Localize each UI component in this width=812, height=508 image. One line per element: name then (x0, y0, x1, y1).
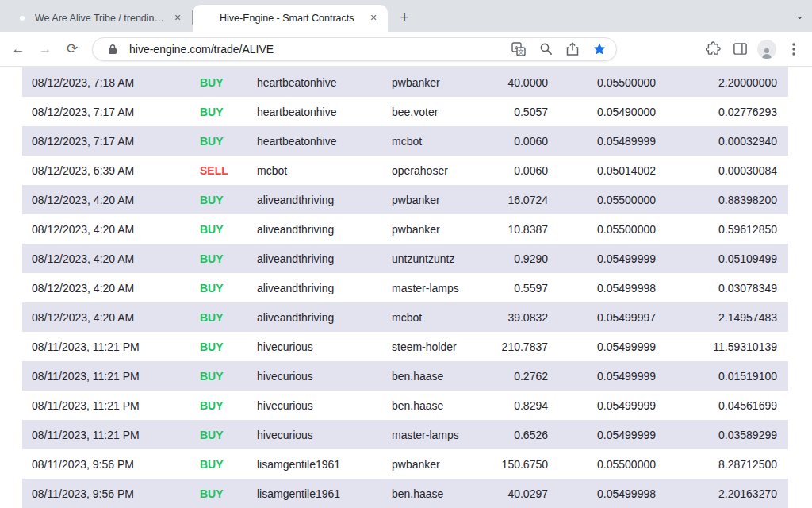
cell-price: 0.05500000 (569, 458, 676, 471)
side-panel-icon[interactable] (728, 37, 752, 61)
cell-account[interactable]: hivecurious (247, 429, 382, 441)
cell-date: 08/11/2023, 11:21 PM (22, 399, 190, 412)
cell-total: 0.59612850 (676, 223, 788, 236)
share-icon[interactable] (562, 39, 583, 60)
table-row: 08/11/2023, 11:21 PMBUYhivecuriousmaster… (22, 420, 788, 449)
trade-table: 08/12/2023, 7:18 AMBUYheartbeatonhivepwb… (22, 67, 788, 508)
cell-price: 0.05499999 (569, 429, 676, 441)
address-bar[interactable]: hive-engine.com/trade/ALIVE A文 (92, 37, 617, 61)
cell-quantity: 10.8387 (485, 223, 569, 236)
cell-counterparty[interactable]: operahoser (382, 164, 485, 177)
tab-close-icon[interactable]: × (367, 12, 380, 25)
cell-account[interactable]: aliveandthriving (247, 194, 382, 206)
cell-quantity: 150.6750 (485, 458, 569, 471)
lock-icon (102, 39, 123, 60)
cell-counterparty[interactable]: master-lamps (382, 429, 485, 441)
table-row: 08/12/2023, 6:39 AMSELLmcbotoperahoser0.… (22, 156, 788, 185)
cell-price: 0.05499998 (569, 487, 676, 500)
cell-account[interactable]: heartbeatonhive (247, 76, 382, 89)
cell-counterparty[interactable]: ben.haase (382, 399, 485, 412)
tab-search-chevron-icon[interactable]: ⌄ (795, 10, 804, 21)
profile-avatar[interactable] (755, 37, 779, 61)
cell-date: 08/12/2023, 6:39 AM (22, 164, 190, 177)
cell-account[interactable]: aliveandthriving (247, 282, 382, 294)
menu-kebab-icon[interactable] (782, 37, 806, 61)
cell-quantity: 0.9290 (485, 252, 569, 265)
cell-date: 08/12/2023, 4:20 AM (22, 252, 190, 265)
table-row: 08/11/2023, 9:56 PMBUYlisamgentile1961be… (22, 479, 788, 508)
tab-strip: We Are Alive Tribe / trending — × Hive-E… (0, 0, 812, 32)
cell-account[interactable]: hivecurious (247, 370, 382, 383)
cell-counterparty[interactable]: mcbot (382, 135, 485, 148)
cell-counterparty[interactable]: untzuntzuntz (382, 252, 485, 265)
cell-date: 08/11/2023, 9:56 PM (22, 458, 190, 471)
browser-toolbar: ← → ⟳ hive-engine.com/trade/ALIVE A文 (0, 32, 812, 67)
alive-tribe-favicon-icon (16, 12, 29, 25)
cell-account[interactable]: aliveandthriving (247, 252, 382, 265)
table-row: 08/12/2023, 4:20 AMBUYaliveandthrivingpw… (22, 185, 788, 214)
cell-counterparty[interactable]: pwbanker (382, 76, 485, 89)
new-tab-button[interactable]: + (394, 7, 415, 28)
cell-date: 08/12/2023, 7:17 AM (22, 106, 190, 118)
cell-total: 0.88398200 (676, 194, 788, 206)
table-row: 08/12/2023, 7:17 AMBUYheartbeatonhivemcb… (22, 126, 788, 156)
cell-quantity: 0.0060 (485, 135, 569, 148)
cell-account[interactable]: hivecurious (247, 399, 382, 412)
cell-account[interactable]: mcbot (247, 164, 382, 177)
cell-date: 08/12/2023, 4:20 AM (22, 311, 190, 324)
cell-account[interactable]: lisamgentile1961 (247, 458, 382, 471)
cell-quantity: 0.0060 (485, 164, 569, 177)
cell-counterparty[interactable]: pwbanker (382, 223, 485, 236)
cell-counterparty[interactable]: master-lamps (382, 282, 485, 294)
cell-price: 0.05500000 (569, 223, 676, 236)
cell-total: 0.04561699 (676, 399, 788, 412)
back-button[interactable]: ← (6, 37, 30, 61)
cell-quantity: 16.0724 (485, 194, 569, 206)
forward-button[interactable]: → (33, 37, 57, 61)
cell-account[interactable]: hivecurious (247, 341, 382, 353)
cell-quantity: 0.6526 (485, 429, 569, 441)
cell-quantity: 0.8294 (485, 399, 569, 412)
cell-price: 0.05499999 (569, 341, 676, 353)
cell-total: 0.02776293 (676, 106, 788, 118)
cell-counterparty[interactable]: pwbanker (382, 458, 485, 471)
bookmark-star-icon[interactable] (589, 39, 610, 60)
cell-counterparty[interactable]: steem-holder (382, 341, 485, 353)
tab-hive-engine[interactable]: Hive-Engine - Smart Contracts × (193, 5, 388, 32)
cell-date: 08/12/2023, 7:17 AM (22, 135, 190, 148)
cell-type: BUY (190, 429, 247, 441)
tab-close-icon[interactable]: × (171, 12, 184, 25)
table-row: 08/12/2023, 4:20 AMBUYaliveandthrivingma… (22, 273, 788, 302)
cell-date: 08/11/2023, 11:21 PM (22, 370, 190, 383)
cell-account[interactable]: heartbeatonhive (247, 135, 382, 148)
cell-counterparty[interactable]: bee.voter (382, 106, 485, 118)
cell-price: 0.05499999 (569, 252, 676, 265)
cell-counterparty[interactable]: ben.haase (382, 487, 485, 500)
tab-title: We Are Alive Tribe / trending — (35, 13, 165, 24)
cell-account[interactable]: lisamgentile1961 (247, 487, 382, 500)
cell-quantity: 210.7837 (485, 341, 569, 353)
table-row: 08/12/2023, 4:20 AMBUYaliveandthrivingmc… (22, 302, 788, 332)
cell-account[interactable]: heartbeatonhive (247, 106, 382, 118)
cell-date: 08/12/2023, 4:20 AM (22, 282, 190, 294)
cell-quantity: 39.0832 (485, 311, 569, 324)
cell-total: 11.59310139 (676, 341, 788, 353)
cell-total: 2.14957483 (676, 311, 788, 324)
cell-price: 0.05500000 (569, 194, 676, 206)
cell-counterparty[interactable]: mcbot (382, 311, 485, 324)
reload-button[interactable]: ⟳ (60, 37, 84, 61)
url-text[interactable]: hive-engine.com/trade/ALIVE (129, 43, 502, 56)
tab-alive-tribe[interactable]: We Are Alive Tribe / trending — × (8, 5, 192, 32)
cell-type: BUY (190, 223, 247, 236)
translate-icon[interactable]: A文 (508, 39, 529, 60)
cell-type: BUY (190, 370, 247, 383)
search-icon[interactable] (535, 39, 556, 60)
cell-counterparty[interactable]: ben.haase (382, 370, 485, 383)
extensions-puzzle-icon[interactable] (701, 37, 725, 61)
cell-account[interactable]: aliveandthriving (247, 311, 382, 324)
cell-type: BUY (190, 252, 247, 265)
cell-counterparty[interactable]: pwbanker (382, 194, 485, 206)
cell-account[interactable]: aliveandthriving (247, 223, 382, 236)
table-row: 08/11/2023, 11:21 PMBUYhivecurioussteem-… (22, 332, 788, 361)
cell-type: BUY (190, 487, 247, 500)
